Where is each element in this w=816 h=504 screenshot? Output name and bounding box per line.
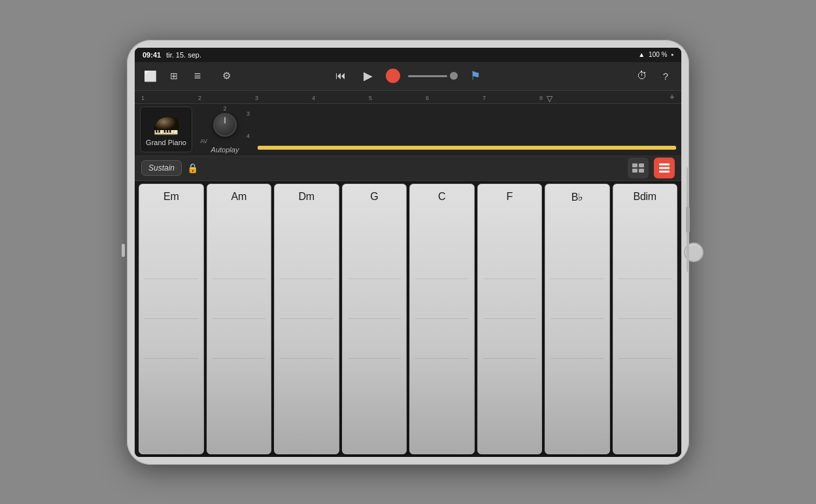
- volume-track: [687, 167, 689, 272]
- volume-slider[interactable]: [686, 207, 690, 233]
- chord-name-f: F: [507, 191, 513, 203]
- mix-button[interactable]: ⚙: [217, 67, 235, 85]
- autoplay-area: 2 3 4 AV Autoplay: [199, 105, 251, 154]
- play-icon: ▶: [364, 69, 373, 83]
- chord-name-bdim: Bdim: [634, 191, 656, 203]
- chord-name-dm: Dm: [299, 191, 314, 203]
- chord-name-bb: B♭: [571, 191, 583, 203]
- timeline-bar: [258, 146, 676, 150]
- status-date: tir. 15. sep.: [166, 51, 201, 59]
- track-timeline: [258, 107, 676, 152]
- svg-rect-18: [639, 169, 644, 173]
- chord-list-button[interactable]: [654, 158, 675, 178]
- svg-rect-11: [158, 130, 160, 133]
- knob-container: 2 3 4 AV: [199, 105, 251, 144]
- metronome-icon: ⚑: [470, 69, 481, 83]
- svg-rect-13: [167, 130, 169, 133]
- autoplay-knob[interactable]: [213, 113, 237, 137]
- settings-icon: ⏱: [637, 70, 647, 82]
- chord-list-icon: [659, 163, 670, 173]
- svg-rect-16: [639, 163, 644, 167]
- chord-key-bb[interactable]: B♭: [545, 184, 610, 454]
- chord-layout-button[interactable]: [628, 158, 649, 178]
- ruler-add-button[interactable]: +: [670, 92, 675, 102]
- ruler-mark-6: 6: [426, 95, 429, 101]
- help-button[interactable]: ?: [656, 67, 675, 85]
- knob-label-av: AV: [200, 138, 207, 144]
- help-icon: ?: [663, 71, 668, 82]
- knob-label-4: 4: [246, 133, 250, 139]
- toolbar: ⬜ ⊞ ≡ ⚙ ⏮ ▶: [135, 62, 681, 91]
- chord-key-em[interactable]: Em: [139, 184, 204, 454]
- battery-icon: ▪: [671, 51, 673, 58]
- ruler-mark-5: 5: [369, 95, 372, 101]
- list-button[interactable]: ≡: [188, 67, 207, 85]
- chord-key-f[interactable]: F: [477, 184, 543, 454]
- chord-name-em: Em: [163, 191, 178, 203]
- battery-label: 100 %: [649, 51, 667, 58]
- mix-icon: ⚙: [222, 70, 231, 82]
- ruler-mark-3: 3: [255, 95, 258, 101]
- chord-key-c[interactable]: C: [409, 184, 475, 454]
- chord-name-g: G: [370, 191, 378, 203]
- lock-icon[interactable]: 🔒: [187, 163, 198, 173]
- chord-name-c: C: [438, 191, 445, 203]
- ipad-screen: 09:41 tir. 15. sep. ▲ 100 % ▪ ⬜ ⊞ ≡: [135, 48, 681, 457]
- track-name: Grand Piano: [146, 139, 186, 146]
- status-time: 09:41: [143, 51, 161, 59]
- autoplay-label: Autoplay: [211, 146, 239, 154]
- chord-key-am[interactable]: Am: [207, 184, 272, 454]
- settings-button[interactable]: ⏱: [633, 67, 651, 85]
- ruler-mark-1: 1: [141, 95, 144, 101]
- ruler: 1 2 3 4 5 6 7 ▽ 8 +: [135, 91, 681, 104]
- doc-icon: ⬜: [144, 70, 157, 82]
- metronome-button[interactable]: ⚑: [466, 66, 485, 86]
- tracks-area: Grand Piano 2 3 4 AV Autoplay: [135, 104, 681, 156]
- view-icon: ⊞: [170, 71, 178, 81]
- record-button[interactable]: [386, 69, 400, 83]
- ruler-marks: 1 2 3 4 5 6 7 ▽ 8: [141, 91, 670, 103]
- track-thumbnail[interactable]: Grand Piano: [140, 107, 192, 152]
- knob-label-3: 3: [246, 110, 250, 117]
- status-bar: 09:41 tir. 15. sep. ▲ 100 % ▪: [135, 48, 681, 62]
- controls-bar: Sustain 🔒: [135, 156, 681, 181]
- playhead-marker: ▽: [547, 94, 552, 103]
- play-button[interactable]: ▶: [358, 66, 378, 86]
- volume-slider-track[interactable]: [408, 75, 447, 77]
- svg-rect-21: [659, 171, 670, 173]
- chord-key-bdim[interactable]: Bdim: [613, 184, 678, 454]
- chord-key-dm[interactable]: Dm: [274, 184, 339, 454]
- svg-rect-19: [659, 163, 670, 165]
- knob-label-2: 2: [223, 105, 226, 112]
- ruler-mark-7: 7: [483, 95, 486, 101]
- view-button[interactable]: ⊞: [165, 67, 183, 85]
- doc-button[interactable]: ⬜: [141, 67, 160, 85]
- skip-back-button[interactable]: ⏮: [331, 66, 350, 86]
- svg-rect-17: [632, 169, 638, 173]
- sustain-button[interactable]: Sustain: [141, 160, 182, 176]
- toolbar-left: ⬜ ⊞ ≡ ⚙: [141, 67, 273, 85]
- ipad-frame: 09:41 tir. 15. sep. ▲ 100 % ▪ ⬜ ⊞ ≡: [127, 40, 689, 465]
- skip-back-icon: ⏮: [335, 70, 346, 82]
- chord-name-am: Am: [231, 191, 246, 203]
- ruler-mark-4: 4: [312, 95, 315, 101]
- svg-rect-15: [632, 163, 638, 167]
- svg-rect-12: [164, 130, 166, 133]
- track-row: Grand Piano 2 3 4 AV Autoplay: [135, 104, 681, 156]
- list-icon: ≡: [194, 69, 201, 83]
- status-icons: ▲ 100 % ▪: [638, 51, 673, 58]
- volume-slider-thumb[interactable]: [450, 72, 458, 80]
- ruler-mark-8: 8: [539, 95, 543, 101]
- wifi-icon: ▲: [638, 51, 645, 58]
- toolbar-right: ⏱ ?: [543, 67, 675, 85]
- side-button[interactable]: [122, 244, 125, 257]
- chord-area: Em Am Dm G C F: [135, 181, 681, 457]
- chord-grid-icon: [632, 163, 644, 173]
- ruler-mark-2: 2: [198, 95, 201, 101]
- piano-icon: [150, 112, 182, 137]
- svg-rect-20: [659, 167, 670, 169]
- svg-rect-10: [156, 130, 158, 133]
- chord-key-g[interactable]: G: [342, 184, 407, 454]
- svg-rect-14: [169, 130, 171, 133]
- toolbar-center: ⏮ ▶ ⚑: [277, 66, 539, 86]
